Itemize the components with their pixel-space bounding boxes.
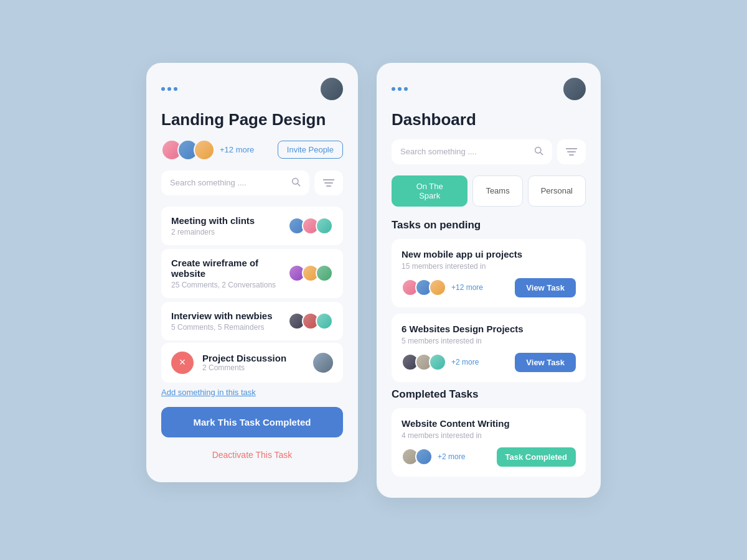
search-row: Search something ....	[161, 170, 343, 195]
pending-task-footer: +12 more View Task	[402, 278, 576, 297]
dashboard-tabs: On The Spark Teams Personal	[392, 175, 586, 207]
task-info: Interview with newbies 5 Comments, 5 Rem…	[171, 310, 273, 332]
pending-more-badge: +12 more	[451, 283, 483, 292]
page-title: Landing Page Design	[161, 110, 343, 129]
svg-line-6	[540, 152, 543, 155]
search-icon	[291, 177, 301, 189]
right-card: Dashboard Search something ....	[377, 63, 601, 498]
view-task-button-1[interactable]: View Task	[515, 278, 576, 297]
pending-task-avatars-2	[402, 353, 446, 371]
completed-more-badge: +2 more	[438, 452, 465, 461]
pending-avatar	[429, 353, 446, 371]
tab-teams[interactable]: Teams	[472, 175, 522, 207]
invite-people-button[interactable]: Invite People	[278, 141, 343, 159]
left-card-header	[161, 78, 343, 100]
project-discussion-info: Project Discussion 2 Comments	[202, 353, 286, 372]
task-avatars	[288, 312, 333, 330]
pending-task-title-2: 6 Websites Design Projects	[402, 324, 576, 334]
pending-task-card-2: 6 Websites Design Projects 5 members int…	[392, 314, 586, 382]
user-avatar-right[interactable]	[563, 78, 586, 100]
right-card-header	[392, 78, 586, 100]
completed-task-title: Website Content Writing	[402, 418, 576, 429]
task-item[interactable]: Interview with newbies 5 Comments, 5 Rem…	[161, 302, 343, 340]
task-avatars	[288, 217, 333, 235]
tab-personal[interactable]: Personal	[528, 175, 586, 207]
completed-section-title: Completed Tasks	[392, 388, 586, 401]
dot-r3	[404, 87, 408, 91]
pending-task-subtitle-2: 5 members interested in	[402, 337, 576, 345]
pending-task-avatars	[402, 279, 446, 296]
mark-complete-button[interactable]: Mark This Task Completed	[161, 407, 343, 437]
dot-2	[167, 87, 171, 91]
dashboard-search-placeholder: Search something ....	[400, 147, 529, 156]
search-placeholder-text: Search something ....	[170, 178, 286, 187]
completed-task-subtitle: 4 members interested in	[402, 431, 576, 440]
task-completed-button[interactable]: Task Completed	[497, 447, 576, 467]
svg-line-1	[298, 184, 300, 186]
task-avatars	[288, 264, 333, 282]
task-item[interactable]: Meeting with clints 2 remainders	[161, 207, 343, 245]
avatar-stack	[161, 139, 215, 161]
remove-task-button[interactable]: ×	[171, 352, 194, 374]
add-task-link[interactable]: Add something in this task	[161, 388, 343, 397]
dot-3	[174, 87, 177, 91]
dot-1	[161, 87, 165, 91]
completed-task-avatars	[402, 448, 433, 465]
completed-task-card: Website Content Writing 4 members intere…	[392, 408, 586, 477]
dashboard-search-box[interactable]: Search something ....	[392, 139, 552, 164]
pending-task-card: New mobile app ui projects 15 members in…	[392, 239, 586, 307]
pending-task-subtitle: 15 members interested in	[402, 262, 576, 271]
member-avatar-3	[194, 139, 215, 161]
dashboard-search-icon	[533, 146, 543, 158]
dot-r2	[398, 87, 402, 91]
task-info: Meeting with clints 2 remainders	[171, 215, 255, 236]
completed-task-footer: +2 more Task Completed	[402, 447, 576, 467]
user-avatar[interactable]	[321, 78, 343, 100]
dot-r1	[392, 87, 395, 91]
completed-avatar	[415, 448, 433, 465]
left-card: Landing Page Design +12 more Invite Peop…	[146, 63, 358, 482]
dashboard-filter-icon	[566, 147, 577, 156]
project-discussion-row[interactable]: × Project Discussion 2 Comments	[161, 343, 343, 383]
task-avatar	[316, 264, 333, 282]
search-box[interactable]: Search something ....	[161, 170, 309, 195]
filter-button[interactable]	[314, 170, 343, 195]
task-item[interactable]: Create wireframe of website 25 Comments,…	[161, 249, 343, 298]
task-avatar	[316, 312, 333, 330]
project-discussion-avatar	[313, 353, 333, 373]
pending-avatar	[429, 279, 446, 296]
task-list: Meeting with clints 2 remainders Create …	[161, 207, 343, 343]
dashboard-title: Dashboard	[392, 110, 586, 129]
filter-icon	[323, 179, 334, 187]
deactivate-button[interactable]: Deactivate This Task	[161, 442, 343, 467]
dashboard-filter-button[interactable]	[557, 139, 586, 164]
tab-on-the-spark[interactable]: On The Spark	[392, 175, 467, 207]
task-avatar	[316, 217, 333, 235]
dashboard-search-row: Search something ....	[392, 139, 586, 164]
task-info: Create wireframe of website 25 Comments,…	[171, 258, 288, 289]
view-task-button-2[interactable]: View Task	[515, 353, 576, 372]
pending-task-footer-2: +2 more View Task	[402, 353, 576, 372]
more-members-count: +12 more	[220, 145, 254, 154]
menu-dots-right[interactable]	[392, 87, 408, 91]
members-row: +12 more Invite People	[161, 139, 343, 161]
pending-more-badge-2: +2 more	[451, 358, 479, 366]
menu-dots[interactable]	[161, 87, 177, 91]
pending-task-title: New mobile app ui projects	[402, 249, 576, 259]
pending-section-title: Tasks on pending	[392, 219, 586, 231]
